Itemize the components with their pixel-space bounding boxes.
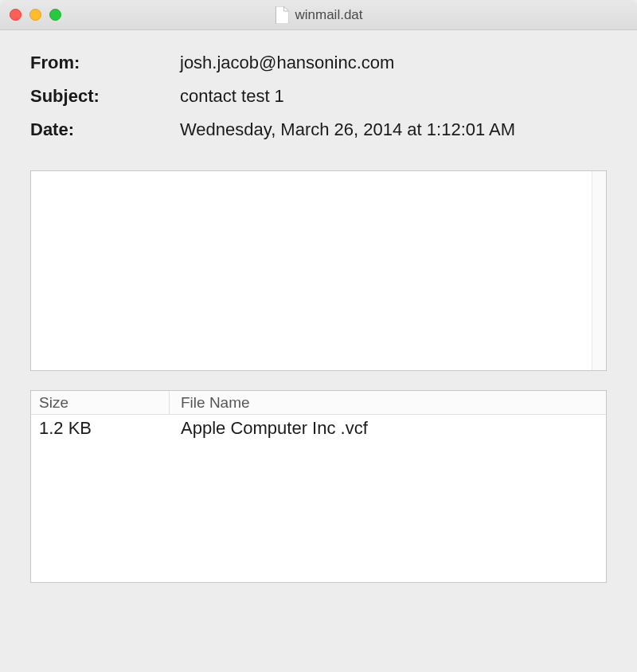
from-value: josh.jacob@hansoninc.com <box>180 53 394 73</box>
attachment-row[interactable]: 1.2 KB Apple Computer Inc .vcf <box>31 415 606 442</box>
minimize-button[interactable] <box>29 9 41 21</box>
attachments-list: 1.2 KB Apple Computer Inc .vcf <box>31 415 606 582</box>
subject-value: contact test 1 <box>180 86 284 107</box>
scrollbar[interactable] <box>592 171 606 370</box>
from-row: From: josh.jacob@hansoninc.com <box>30 53 607 73</box>
zoom-button[interactable] <box>49 9 61 21</box>
subject-label: Subject: <box>30 86 180 107</box>
traffic-lights <box>10 9 61 21</box>
window-title: winmail.dat <box>295 7 362 23</box>
date-value: Wednesday, March 26, 2014 at 1:12:01 AM <box>180 119 515 140</box>
filename-column-header[interactable]: File Name <box>170 391 606 414</box>
close-button[interactable] <box>10 9 21 21</box>
attachment-name: Apple Computer Inc .vcf <box>170 418 606 439</box>
titlebar[interactable]: winmail.dat <box>0 0 637 30</box>
window-title-area: winmail.dat <box>274 6 362 24</box>
date-row: Date: Wednesday, March 26, 2014 at 1:12:… <box>30 119 607 140</box>
message-body[interactable] <box>30 170 607 371</box>
content-area: From: josh.jacob@hansoninc.com Subject: … <box>0 30 637 672</box>
file-icon <box>274 6 288 24</box>
attachments-header: Size File Name <box>31 391 606 415</box>
from-label: From: <box>30 53 180 73</box>
header-fields: From: josh.jacob@hansoninc.com Subject: … <box>30 53 607 153</box>
attachment-size: 1.2 KB <box>31 418 170 439</box>
date-label: Date: <box>30 119 180 140</box>
subject-row: Subject: contact test 1 <box>30 86 607 107</box>
size-column-header[interactable]: Size <box>31 391 170 414</box>
window: winmail.dat From: josh.jacob@hansoninc.c… <box>0 0 637 672</box>
attachments-panel: Size File Name 1.2 KB Apple Computer Inc… <box>30 390 607 583</box>
